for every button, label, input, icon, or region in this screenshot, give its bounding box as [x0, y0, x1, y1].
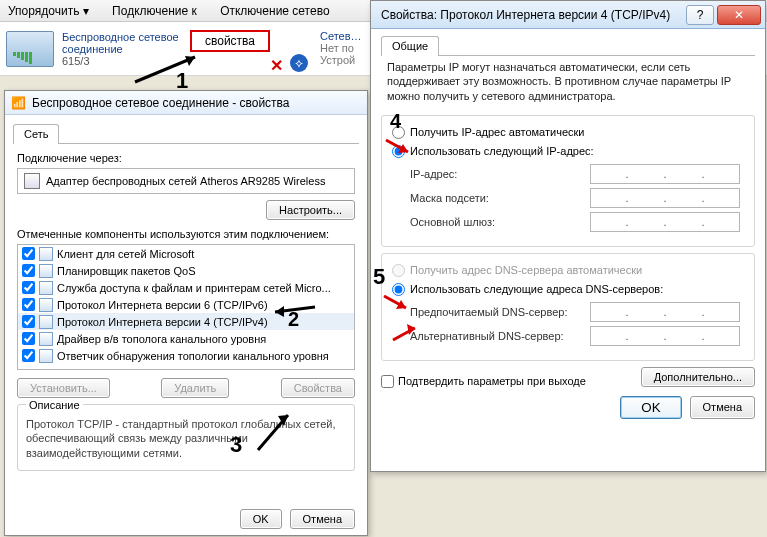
component-icon	[39, 315, 53, 329]
close-button[interactable]: ✕	[717, 5, 761, 25]
help-button[interactable]: ?	[686, 5, 714, 25]
component-icon	[39, 281, 53, 295]
advanced-button[interactable]: Дополнительно...	[641, 367, 755, 387]
close-icon[interactable]: ✕	[270, 56, 283, 75]
subnet-mask-input[interactable]: ...	[590, 188, 740, 208]
components-list[interactable]: Клиент для сетей Microsoft Планировщик п…	[17, 244, 355, 370]
gateway-row: Основной шлюз: ...	[410, 212, 744, 232]
radio-manual-ip[interactable]: Использовать следующий IP-адрес:	[392, 145, 744, 158]
tab-network[interactable]: Сеть	[13, 124, 59, 144]
dns-group: Получить адрес DNS-сервера автоматически…	[381, 253, 755, 361]
window-titlebar: 📶 Беспроводное сетевое соединение - свой…	[5, 91, 367, 115]
properties-button[interactable]: Свойства	[281, 378, 355, 398]
preferred-dns-input[interactable]: ...	[590, 302, 740, 322]
connection-label: Беспроводное сетевое соединение 615/3	[62, 31, 179, 67]
checkbox[interactable]	[22, 264, 35, 277]
adapter-field: Адаптер беспроводных сетей Atheros AR928…	[17, 168, 355, 194]
wireless-adapter-icon	[6, 31, 54, 67]
list-item[interactable]: Ответчик обнаружения топологии канальног…	[18, 347, 354, 364]
component-icon	[39, 264, 53, 278]
radio[interactable]	[392, 145, 405, 158]
components-label: Отмеченные компоненты используются этим …	[17, 228, 359, 240]
dns2-label: Альтернативный DNS-сервер:	[410, 330, 582, 342]
adapter-icon	[24, 173, 40, 189]
subnet-mask-row: Маска подсети: ...	[410, 188, 744, 208]
remove-button[interactable]: Удалить	[161, 378, 229, 398]
bluetooth-icon: ⟡	[290, 54, 308, 72]
cancel-button[interactable]: Отмена	[290, 509, 355, 529]
component-icon	[39, 298, 53, 312]
checkbox[interactable]	[22, 281, 35, 294]
ok-button[interactable]: OK	[620, 396, 681, 419]
list-item[interactable]: Клиент для сетей Microsoft	[18, 245, 354, 262]
ok-button[interactable]: OK	[240, 509, 282, 529]
gateway-label: Основной шлюз:	[410, 216, 582, 228]
toolbar-organize[interactable]: Упорядочить ▾	[8, 4, 89, 18]
list-item[interactable]: Планировщик пакетов QoS	[18, 262, 354, 279]
alt-dns-row: Альтернативный DNS-сервер: ...	[410, 326, 744, 346]
ipv4-properties-window: Свойства: Протокол Интернета версии 4 (T…	[370, 0, 766, 472]
ip-address-row: IP-адрес: ...	[410, 164, 744, 184]
mask-label: Маска подсети:	[410, 192, 582, 204]
wireless-icon: 📶	[11, 96, 26, 110]
list-item[interactable]: Протокол Интернета версии 6 (TCP/IPv6)	[18, 296, 354, 313]
cancel-button[interactable]: Отмена	[690, 396, 755, 419]
alt-dns-input[interactable]: ...	[590, 326, 740, 346]
checkbox[interactable]	[22, 247, 35, 260]
checkbox[interactable]	[22, 349, 35, 362]
network-connection-item-2: Сетев… Нет по Устрой	[320, 30, 362, 66]
connection-properties-window: 📶 Беспроводное сетевое соединение - свой…	[4, 90, 368, 536]
radio[interactable]	[392, 126, 405, 139]
checkbox[interactable]	[22, 298, 35, 311]
ip-label: IP-адрес:	[410, 168, 582, 180]
window-title: Беспроводное сетевое соединение - свойст…	[32, 96, 290, 110]
tab-strip: Сеть	[13, 123, 359, 144]
radio-auto-dns: Получить адрес DNS-сервера автоматически	[392, 264, 744, 277]
checkbox[interactable]	[22, 315, 35, 328]
window-titlebar: Свойства: Протокол Интернета версии 4 (T…	[371, 1, 765, 29]
toolbar-disconnect[interactable]: Отключение сетево	[220, 4, 329, 18]
list-item[interactable]: Служба доступа к файлам и принтерам сете…	[18, 279, 354, 296]
install-button[interactable]: Установить...	[17, 378, 110, 398]
adapter-name: Адаптер беспроводных сетей Atheros AR928…	[46, 175, 325, 187]
radio[interactable]	[392, 283, 405, 296]
redbox-properties: свойства	[190, 30, 270, 52]
radio-manual-dns[interactable]: Использовать следующие адреса DNS-сервер…	[392, 283, 744, 296]
toolbar-connect[interactable]: Подключение к	[112, 4, 197, 18]
preferred-dns-row: Предпочитаемый DNS-сервер: ...	[410, 302, 744, 322]
checkbox[interactable]	[381, 375, 394, 388]
description-group: Описание Протокол TCP/IP - стандартный п…	[17, 404, 355, 471]
ip-address-group: Получить IP-адрес автоматически Использо…	[381, 115, 755, 247]
window-title: Свойства: Протокол Интернета версии 4 (T…	[381, 8, 670, 22]
list-item[interactable]: Драйвер в/в тополога канального уровня	[18, 330, 354, 347]
component-icon	[39, 332, 53, 346]
gateway-input[interactable]: ...	[590, 212, 740, 232]
dns1-label: Предпочитаемый DNS-сервер:	[410, 306, 582, 318]
component-icon	[39, 349, 53, 363]
tab-general[interactable]: Общие	[381, 36, 439, 56]
confirm-on-exit[interactable]: Подтвердить параметры при выходе	[381, 375, 586, 388]
component-icon	[39, 247, 53, 261]
configure-button[interactable]: Настроить...	[266, 200, 355, 220]
signal-bars-icon	[13, 52, 32, 64]
connect-via-label: Подключение через:	[17, 152, 359, 164]
ip-address-input[interactable]: ...	[590, 164, 740, 184]
radio-auto-ip[interactable]: Получить IP-адрес автоматически	[392, 126, 744, 139]
checkbox[interactable]	[22, 332, 35, 345]
radio	[392, 264, 405, 277]
info-text: Параметры IP могут назначаться автоматич…	[381, 56, 755, 109]
description-label: Описание	[26, 399, 83, 411]
description-text: Протокол TCP/IP - стандартный протокол г…	[26, 417, 346, 460]
tab-strip: Общие	[381, 35, 755, 56]
list-item-ipv4[interactable]: Протокол Интернета версии 4 (TCP/IPv4)	[18, 313, 354, 330]
